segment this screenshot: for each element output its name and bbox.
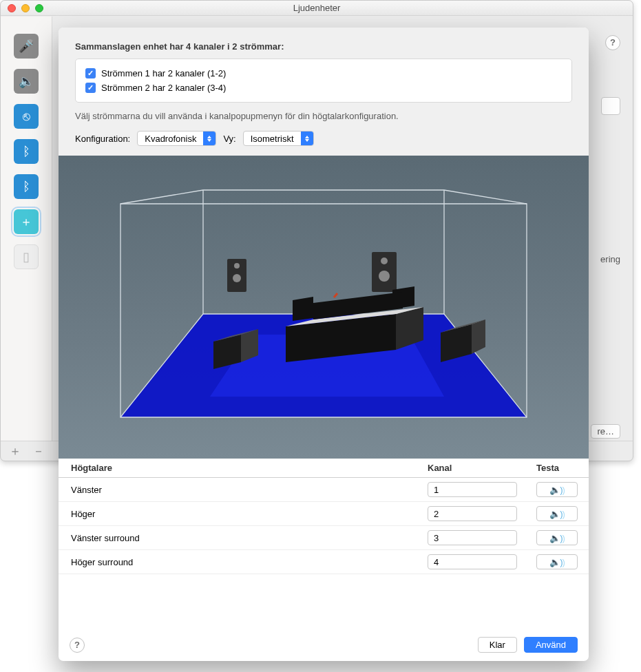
device-sidebar: 🎤 🔈 ⎋ ᛒ ᛒ ＋ ▯ [1, 17, 52, 441]
svg-point-5 [234, 263, 240, 269]
channel-popup[interactable]: 2 [428, 506, 517, 521]
stream-2-label: Strömmen 2 har 2 kanaler (3-4) [101, 83, 226, 93]
iphone-device-icon[interactable]: ▯ [14, 244, 39, 269]
col-channel-header: Kanal [418, 459, 527, 478]
svg-marker-18 [293, 297, 313, 321]
col-test-header: Testa [527, 459, 589, 478]
aggregate-device-icon[interactable]: ＋ [14, 209, 39, 234]
svg-point-8 [379, 271, 390, 282]
svg-point-7 [381, 258, 388, 264]
bluetooth-device-icon[interactable]: ᛒ [14, 139, 39, 164]
sound-icon: 🔈)) [549, 533, 565, 543]
stream-list: ✓ Strömmen 1 har 2 kanaler (1-2) ✓ Ström… [75, 59, 572, 103]
channel-value: 4 [428, 557, 516, 567]
chevron-updown-icon [301, 132, 313, 145]
apply-button[interactable]: Använd [524, 637, 578, 653]
usb-device-icon[interactable]: ⎋ [14, 104, 39, 129]
help-button[interactable]: ? [70, 638, 85, 653]
view-label: Vy: [223, 134, 235, 144]
configuration-value: Kvadrofonisk [138, 134, 203, 144]
sheet-header: Sammanslagen enhet har 4 kanaler i 2 str… [59, 28, 589, 156]
configuration-label: Konfiguration: [75, 134, 130, 144]
partial-hidden-button[interactable]: re… [591, 424, 620, 439]
add-device-button[interactable]: ＋ [9, 443, 21, 459]
chevron-updown-icon [203, 132, 216, 145]
sheet-footer: ? Klar Använd [59, 629, 589, 661]
titlebar: Ljudenheter [1, 1, 633, 16]
partial-hidden-label: ering [600, 254, 620, 264]
speaker-room-3d-view[interactable] [59, 156, 589, 459]
table-row: Vänster1🔈)) [59, 478, 589, 502]
remove-device-button[interactable]: － [32, 443, 45, 459]
table-row: Höger2🔈)) [59, 502, 589, 526]
channel-value: 2 [428, 509, 516, 519]
speaker-table: Högtalare Kanal Testa Vänster1🔈))Höger2🔈… [59, 459, 589, 574]
speaker-name: Vänster [59, 478, 418, 502]
speaker-name: Höger surround [59, 550, 418, 574]
stream-2-checkbox[interactable]: ✓ [85, 83, 96, 93]
speaker-name: Vänster surround [59, 526, 418, 550]
sheet-heading: Sammanslagen enhet har 4 kanaler i 2 str… [75, 41, 572, 52]
list-view-button[interactable] [601, 97, 620, 115]
channel-value: 1 [428, 485, 516, 495]
test-speaker-button[interactable]: 🔈)) [536, 506, 578, 521]
done-button[interactable]: Klar [478, 637, 517, 653]
channel-popup[interactable]: 3 [428, 530, 517, 545]
speaker-icon[interactable]: 🔈 [14, 69, 39, 94]
col-speaker-header: Högtalare [59, 459, 418, 478]
channel-popup[interactable]: 4 [428, 554, 517, 569]
stream-row-2: ✓ Strömmen 2 har 2 kanaler (3-4) [85, 81, 562, 95]
svg-line-21 [334, 293, 337, 297]
table-row: Vänster surround3🔈)) [59, 526, 589, 550]
stream-row-1: ✓ Strömmen 1 har 2 kanaler (1-2) [85, 66, 562, 81]
microphone-icon[interactable]: 🎤 [14, 34, 39, 59]
sound-icon: 🔈)) [549, 509, 565, 519]
channel-popup[interactable]: 1 [428, 482, 517, 497]
test-speaker-button[interactable]: 🔈)) [536, 482, 578, 497]
speaker-config-sheet: Sammanslagen enhet har 4 kanaler i 2 str… [59, 28, 589, 661]
configuration-popup[interactable]: Kvadrofonisk [137, 131, 216, 146]
stream-1-label: Strömmen 1 har 2 kanaler (1-2) [101, 68, 226, 78]
svg-marker-13 [472, 319, 485, 354]
test-speaker-button[interactable]: 🔈)) [536, 530, 578, 545]
test-speaker-button[interactable]: 🔈)) [536, 554, 578, 569]
helper-text: Välj strömmarna du vill använda i kanalp… [75, 111, 572, 121]
table-row: Höger surround4🔈)) [59, 550, 589, 574]
window-title: Ljudenheter [1, 3, 633, 13]
sound-icon: 🔈)) [549, 557, 565, 567]
svg-point-6 [233, 274, 241, 282]
sound-icon: 🔈)) [549, 485, 565, 495]
stream-1-checkbox[interactable]: ✓ [85, 68, 96, 78]
help-button[interactable]: ? [605, 35, 620, 50]
speaker-name: Höger [59, 502, 418, 526]
bluetooth-device-2-icon[interactable]: ᛒ [14, 174, 39, 199]
view-value: Isometriskt [244, 134, 301, 144]
view-popup[interactable]: Isometriskt [243, 131, 314, 146]
channel-value: 3 [428, 533, 516, 543]
config-row: Konfiguration: Kvadrofonisk Vy: Isometri… [75, 131, 572, 146]
